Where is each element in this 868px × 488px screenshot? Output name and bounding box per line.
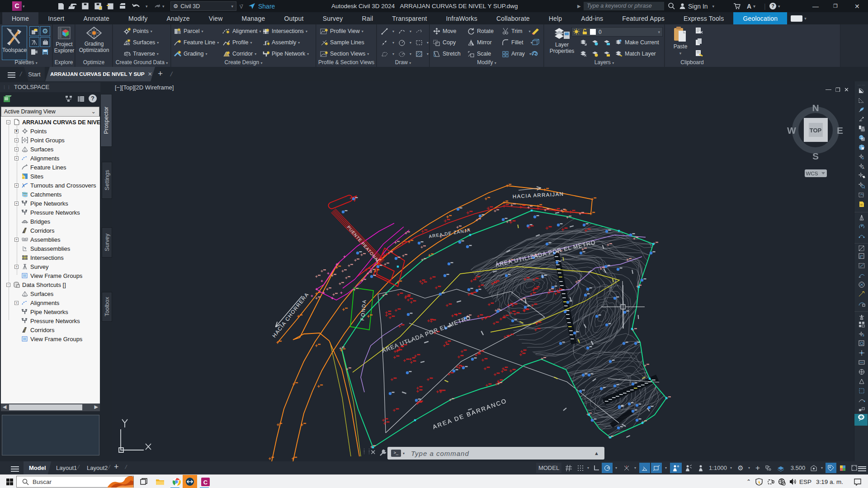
svg-text:C: C xyxy=(203,479,208,485)
svg-text:PUENTE PEATONAL: PUENTE PEATONAL xyxy=(346,225,381,264)
svg-text:✱: ✱ xyxy=(127,39,131,43)
svg-text:#: # xyxy=(863,334,864,337)
svg-text:✱: ✱ xyxy=(325,42,328,46)
svg-text:✕: ✕ xyxy=(844,86,849,93)
svg-text:WCS: WCS xyxy=(806,171,818,176)
svg-text:—: — xyxy=(826,86,831,93)
svg-text:✱: ✱ xyxy=(267,51,269,55)
svg-text:#: # xyxy=(862,157,864,160)
svg-text:✱: ✱ xyxy=(267,42,269,46)
svg-text:✱: ✱ xyxy=(177,28,181,32)
svg-text:✱: ✱ xyxy=(178,39,181,44)
svg-text:✱: ✱ xyxy=(325,28,328,33)
svg-text:S: S xyxy=(812,151,819,161)
svg-text:✱: ✱ xyxy=(178,51,181,55)
svg-text:E: E xyxy=(837,125,843,136)
svg-text:❐: ❐ xyxy=(835,87,840,93)
svg-text:ÁREA UT̶L̶ADA POR EL METRO: ÁREA UT̶L̶ADA POR EL METRO xyxy=(381,314,472,354)
svg-text:AREA DE BARRANCO: AREA DE BARRANCO xyxy=(432,397,508,431)
svg-text:FONDA: FONDA xyxy=(359,299,367,321)
svg-text:TOP: TOP xyxy=(810,127,822,134)
svg-text:AREA DE ZANJA: AREA DE ZANJA xyxy=(429,227,471,239)
svg-text:✱: ✱ xyxy=(325,51,328,55)
svg-text:✱: ✱ xyxy=(266,28,269,33)
svg-text:✱: ✱ xyxy=(226,42,230,46)
svg-text:HACIA ARRAIJAN: HACIA ARRAIJAN xyxy=(512,191,564,199)
svg-text:W: W xyxy=(787,125,796,136)
svg-text:A: A xyxy=(862,166,864,169)
svg-text:✱: ✱ xyxy=(226,30,230,34)
svg-text:N: N xyxy=(812,103,819,113)
svg-text:✱: ✱ xyxy=(226,51,230,55)
svg-text:✱: ✱ xyxy=(127,28,131,32)
svg-text:HACIA CHORRERA: HACIA CHORRERA xyxy=(271,291,310,338)
